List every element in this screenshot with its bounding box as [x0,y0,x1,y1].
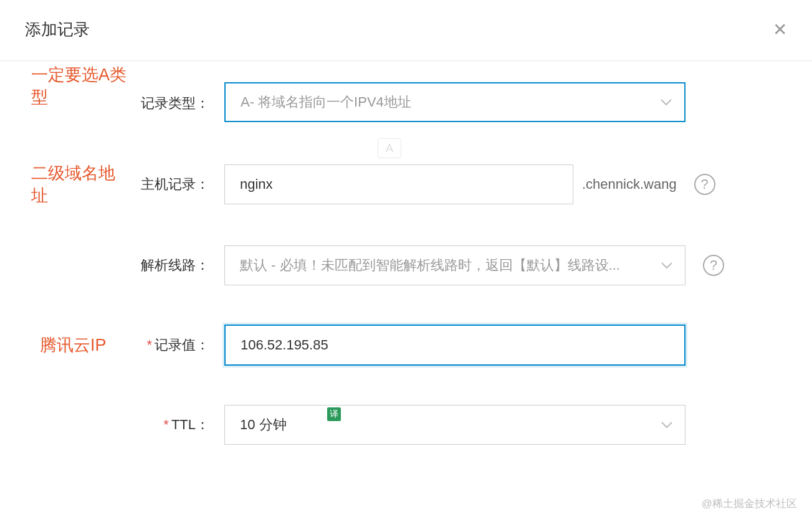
record-value-input[interactable] [224,325,685,366]
host-record-input[interactable] [224,164,573,204]
row-record-value: 腾讯云IP *记录值： [6,324,787,366]
dialog-header: 添加记录 ✕ [0,0,812,61]
row-record-type: 一定要选A类型 记录类型： A- 将域名指向一个IPV4地址 [6,80,787,125]
record-type-select[interactable]: A- 将域名指向一个IPV4地址 [224,82,685,122]
ttl-value: 10 分钟 [240,415,287,434]
ttl-select[interactable]: 10 分钟 [224,405,685,445]
domain-suffix: .chennick.wang [582,176,677,192]
watermark: @稀土掘金技术社区 [702,496,797,511]
label-record-value: *记录值： [131,336,211,354]
row-host-record: 二级域名地址 主机记录： .chennick.wang ? [6,162,787,207]
resolution-line-select[interactable]: 默认 - 必填！未匹配到智能解析线路时，返回【默认】线路设... [224,245,685,285]
required-mark: * [163,417,169,432]
translate-badge: 译 [327,407,341,421]
annotation-record-value: 腾讯云IP [6,334,131,356]
chevron-down-icon [661,96,672,109]
label-ttl: *TTL： [131,415,211,434]
help-icon[interactable]: ? [694,174,715,195]
ime-indicator-badge: A [378,138,401,158]
help-icon[interactable]: ? [703,255,724,276]
annotation-host-record: 二级域名地址 [6,162,131,207]
form-container: A 一定要选A类型 记录类型： A- 将域名指向一个IPV4地址 二级域名地址 … [0,61,812,446]
annotation-record-type: 一定要选A类型 [6,64,131,108]
chevron-down-icon [661,259,672,272]
required-mark: * [146,337,152,353]
chevron-down-icon [661,419,672,432]
label-record-type: 记录类型： [131,94,211,113]
row-ttl: x *TTL： 10 分钟 [6,404,787,446]
dialog-title: 添加记录 [25,19,90,40]
resolution-line-value: 默认 - 必填！未匹配到智能解析线路时，返回【默认】线路设... [240,256,620,275]
label-host-record: 主机记录： [131,175,211,194]
row-resolution-line: x 解析线路： 默认 - 必填！未匹配到智能解析线路时，返回【默认】线路设...… [6,244,787,287]
close-icon[interactable]: ✕ [773,21,787,39]
label-resolution-line: 解析线路： [131,256,211,275]
record-type-value: A- 将域名指向一个IPV4地址 [241,93,411,112]
